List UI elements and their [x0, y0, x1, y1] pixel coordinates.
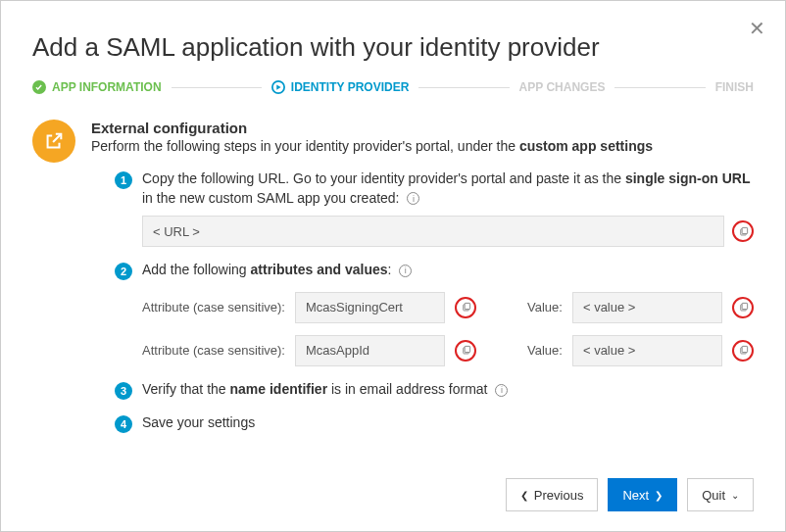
copy-icon: [461, 345, 471, 356]
step-app-changes: APP CHANGES: [519, 80, 606, 94]
modal: ✕ Add a SAML application with your ident…: [0, 0, 786, 532]
page-title: Add a SAML application with your identit…: [32, 32, 754, 63]
stepper-line: [172, 87, 262, 88]
copy-url-button[interactable]: [732, 220, 754, 242]
info-icon[interactable]: i: [399, 265, 412, 277]
stepper-line: [614, 87, 705, 88]
external-link-icon: [32, 120, 75, 163]
svg-rect-4: [742, 227, 748, 233]
svg-rect-12: [742, 347, 748, 353]
quit-button[interactable]: Quit ⌄: [687, 478, 754, 511]
step-finish: FINISH: [715, 80, 754, 94]
copy-attr-2-button[interactable]: [455, 340, 476, 362]
stepper: APP INFORMATION IDENTITY PROVIDER APP CH…: [32, 80, 754, 94]
instruction-step-3: 3 Verify that the name identifier is in …: [91, 380, 754, 400]
attribute-field-2[interactable]: McasAppId: [295, 335, 445, 366]
external-config-section: External configuration Perform the follo…: [32, 120, 754, 447]
value-label: Value:: [527, 343, 563, 358]
step-number-4: 4: [115, 415, 132, 433]
check-icon: [32, 80, 46, 94]
chevron-right-icon: ❯: [655, 490, 663, 501]
attribute-label: Attribute (case sensitive):: [142, 343, 285, 358]
info-icon[interactable]: i: [407, 192, 419, 205]
copy-value-2-button[interactable]: [732, 340, 754, 362]
value-field-1[interactable]: < value >: [572, 292, 722, 323]
step-app-information: APP INFORMATION: [32, 80, 162, 94]
footer-buttons: ❮ Previous Next ❯ Quit ⌄: [506, 478, 754, 511]
section-subtitle: Perform the following steps in your iden…: [91, 138, 754, 154]
instruction-step-1: 1 Copy the following URL. Go to your ide…: [91, 169, 754, 247]
stepper-line: [418, 87, 509, 88]
section-title: External configuration: [91, 120, 754, 136]
copy-value-1-button[interactable]: [732, 297, 754, 318]
instruction-step-2: 2 Add the following attributes and value…: [91, 261, 754, 366]
step-number-2: 2: [115, 263, 132, 280]
value-label: Value:: [527, 300, 563, 314]
copy-icon: [738, 226, 749, 237]
previous-button[interactable]: ❮ Previous: [506, 478, 599, 511]
attribute-field-1[interactable]: McasSigningCert: [295, 292, 445, 323]
copy-icon: [738, 345, 749, 356]
instruction-step-4: 4 Save your settings: [91, 413, 754, 433]
value-field-2[interactable]: < value >: [572, 335, 722, 366]
step-3-text: Verify that the name identifier is in em…: [142, 380, 754, 400]
step-2-text: Add the following attributes and values:…: [142, 261, 754, 280]
step-4-text: Save your settings: [142, 413, 754, 433]
chevron-left-icon: ❮: [520, 490, 528, 501]
attributes-grid: Attribute (case sensitive): McasSigningC…: [142, 292, 754, 366]
sso-url-field[interactable]: < URL >: [142, 216, 724, 247]
chevron-down-icon: ⌄: [731, 490, 739, 501]
copy-attr-1-button[interactable]: [455, 297, 476, 318]
step-number-1: 1: [115, 171, 132, 189]
copy-icon: [738, 302, 749, 313]
svg-rect-6: [465, 304, 470, 310]
copy-icon: [461, 302, 471, 313]
svg-rect-8: [742, 304, 748, 310]
info-icon[interactable]: i: [495, 384, 508, 397]
active-step-icon: [271, 80, 285, 94]
step-1-text: Copy the following URL. Go to your ident…: [142, 169, 754, 208]
svg-rect-10: [465, 347, 470, 353]
close-icon[interactable]: ✕: [749, 17, 765, 40]
attribute-label: Attribute (case sensitive):: [142, 300, 285, 314]
step-identity-provider: IDENTITY PROVIDER: [271, 80, 409, 94]
step-number-3: 3: [115, 382, 132, 400]
next-button[interactable]: Next ❯: [608, 478, 677, 511]
